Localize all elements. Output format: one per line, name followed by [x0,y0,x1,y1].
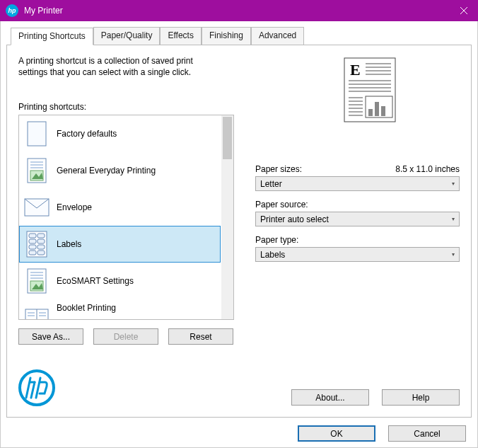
svg-point-51 [20,371,54,405]
svg-line-53 [31,382,35,398]
paper-sizes-select[interactable]: Letter ▾ [255,176,460,191]
chevron-down-icon: ▾ [452,251,455,258]
photo-doc-icon [24,156,49,185]
shortcut-item[interactable]: Factory defaults [19,115,221,152]
shortcuts-listbox[interactable]: Factory defaultsGeneral Everyday Printin… [18,115,234,320]
shortcut-item[interactable]: Envelope [19,189,221,226]
svg-rect-43 [375,102,379,116]
photo-doc-icon [24,266,49,296]
cancel-button[interactable]: Cancel [388,425,466,442]
paper-sizes-label: Paper sizes: [255,164,302,174]
shortcut-label: EcoSMART Settings [57,276,134,286]
shortcut-item[interactable]: General Everyday Printing [19,152,221,189]
blank-page-icon [24,119,49,149]
paper-source-label: Paper source: [255,200,308,209]
intro-text: A printing shortcut is a collection of s… [18,55,223,78]
paper-type-value: Labels [260,250,285,260]
booklet-icon [24,303,49,320]
hp-badge-icon: hp [6,4,18,17]
hp-logo-icon [18,369,55,408]
window-title: My Printer [24,6,63,16]
shortcut-item[interactable]: Booklet Printing [19,299,221,320]
tab-effects[interactable]: Effects [160,27,201,45]
svg-rect-15 [29,245,36,249]
shortcuts-label: Printing shortcuts: [18,102,234,112]
shortcut-label: Envelope [57,202,92,212]
svg-rect-42 [368,109,373,116]
save-as-button[interactable]: Save As... [18,328,83,345]
titlebar: hp My Printer [0,0,478,21]
envelope-icon [24,193,49,222]
paper-type-select[interactable]: Labels ▾ [255,247,460,262]
shortcut-label: Booklet Printing [57,303,116,313]
svg-line-54 [36,378,40,398]
scroll-down-icon[interactable] [221,307,233,319]
page-preview-icon: E [340,57,400,125]
delete-button[interactable]: Delete [93,328,158,345]
svg-rect-16 [37,245,45,249]
paper-source-select[interactable]: Printer auto select ▾ [255,212,460,226]
svg-rect-12 [37,234,45,238]
ok-button[interactable]: OK [298,425,375,442]
labels-icon [24,229,49,259]
svg-rect-18 [37,251,45,255]
shortcut-label: General Everyday Printing [57,166,156,176]
svg-rect-44 [381,106,385,116]
paper-sizes-dim: 8.5 x 11.0 inches [395,164,460,174]
close-icon [460,7,467,14]
about-button[interactable]: About... [291,389,369,406]
tabpanel-printing-shortcuts: A printing shortcut is a collection of s… [6,45,472,418]
shortcut-item[interactable]: EcoSMART Settings [19,263,221,299]
tabstrip: Printing Shortcuts Paper/Quality Effects… [11,27,472,45]
scroll-thumb[interactable] [223,117,232,159]
tab-advanced[interactable]: Advanced [251,27,304,45]
svg-rect-13 [29,239,36,243]
tab-finishing[interactable]: Finishing [202,27,251,45]
paper-source-value: Printer auto select [260,214,329,224]
scrollbar[interactable] [221,115,233,319]
svg-rect-17 [29,251,36,255]
reset-button[interactable]: Reset [168,328,233,345]
chevron-down-icon: ▾ [452,180,455,187]
svg-rect-14 [37,239,45,243]
svg-text:E: E [350,61,361,79]
tab-paper-quality[interactable]: Paper/Quality [93,27,161,45]
shortcut-label: Labels [57,239,81,249]
svg-line-52 [26,378,30,398]
chevron-down-icon: ▾ [452,216,455,222]
paper-type-label: Paper type: [255,235,298,245]
shortcut-label: Factory defaults [57,129,117,139]
svg-rect-2 [28,122,46,146]
paper-sizes-value: Letter [260,179,282,189]
tab-printing-shortcuts[interactable]: Printing Shortcuts [11,28,93,45]
help-button[interactable]: Help [382,389,460,406]
shortcut-item[interactable]: Labels [19,226,221,263]
svg-rect-11 [29,234,36,238]
close-button[interactable] [450,0,478,21]
